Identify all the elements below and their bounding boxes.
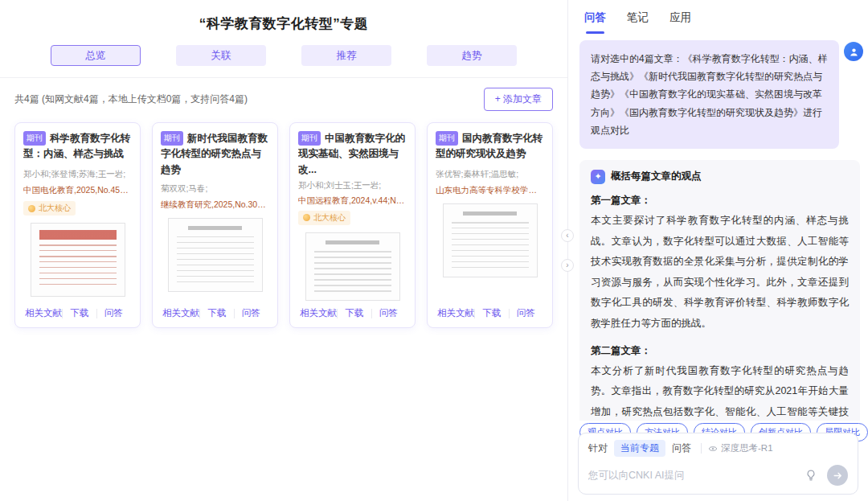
user-avatar	[844, 42, 863, 61]
journal-type-badge: 期刊	[23, 131, 46, 146]
add-article-button[interactable]: + 添加文章	[484, 88, 553, 111]
composer-input-row	[588, 465, 848, 486]
composer-scope-row: 针对 当前专题 问答 深度思考-R1	[588, 440, 848, 457]
lightbulb-icon	[805, 469, 817, 482]
document-authors: 郑小和;刘士玉;王一岩;	[298, 180, 407, 191]
collapse-panel-button[interactable]: ‹	[561, 229, 574, 242]
download-link[interactable]: 下载	[200, 307, 234, 319]
document-thumbnail[interactable]	[31, 223, 125, 297]
download-link[interactable]: 下载	[475, 307, 509, 319]
send-button[interactable]	[827, 465, 848, 486]
tab-recommend[interactable]: 推荐	[301, 45, 391, 66]
chat-scroll-area[interactable]: 请对选中的4篇文章：《科学教育数字化转型：内涵、样态与挑战》《新时代我国教育数字…	[568, 35, 868, 421]
document-actions: 相关文献 下载 问答	[436, 301, 544, 321]
assistant-panel: ‹ › 问答 笔记 应用 请对选中的4篇文章：《科学教育数字化转型：内涵、样态与…	[567, 0, 868, 501]
ai-assistant-icon: ✦	[591, 170, 605, 184]
qa-link[interactable]: 问答	[510, 307, 543, 319]
deep-think-label: 深度思考-R1	[721, 442, 773, 454]
document-title[interactable]: 期刊中国教育数字化的现实基础、实然困境与改...	[298, 131, 407, 175]
tab-apps[interactable]: 应用	[669, 10, 691, 34]
document-source: 中国远程教育,2024,v.44;No.59...	[298, 195, 407, 206]
user-message-row: 请对选中的4篇文章：《科学教育数字化转型：内涵、样态与挑战》《新时代我国教育数字…	[579, 40, 863, 149]
divider	[701, 443, 702, 454]
ai-section-body: 本文主要探讨了科学教育数字化转型的内涵、样态与挑战。文章认为，数字化转型可以通过…	[591, 211, 849, 335]
core-journal-badge: 北大核心	[23, 201, 76, 216]
document-card: 期刊科学教育数字化转型：内涵、样态与挑战 郑小和;张登博;苏海;王一岩; 中国电…	[14, 122, 141, 328]
chat-composer: 针对 当前专题 问答 深度思考-R1	[578, 433, 858, 495]
scope-prefix-label: 针对	[588, 441, 608, 455]
ai-section-title: 第二篇文章：	[591, 341, 849, 361]
deep-think-toggle[interactable]: 深度思考-R1	[708, 442, 773, 454]
tab-qa[interactable]: 问答	[584, 10, 606, 34]
ai-response-heading: 概括每篇文章的观点	[611, 170, 702, 183]
expand-panel-button[interactable]: ›	[561, 259, 574, 272]
journal-type-badge: 期刊	[161, 131, 183, 146]
journal-type-badge: 期刊	[436, 131, 458, 146]
assistant-tabs: 问答 笔记 应用	[568, 0, 868, 34]
tab-notes[interactable]: 笔记	[627, 10, 649, 34]
tab-trends[interactable]: 趋势	[427, 45, 517, 66]
document-authors: 菊双双;马春;	[161, 183, 269, 195]
page-title: “科学教育数字化转型”专题	[0, 0, 567, 33]
journal-type-badge: 期刊	[298, 131, 321, 146]
qa-link[interactable]: 问答	[235, 307, 268, 319]
core-journal-badge: 北大核心	[298, 211, 350, 225]
app-window: “科学教育数字化转型”专题 总览 关联 推荐 趋势 共4篇 (知网文献4篇，本地…	[0, 0, 868, 501]
document-thumbnail[interactable]	[168, 218, 263, 292]
download-link[interactable]: 下载	[338, 307, 371, 319]
topic-panel: “科学教育数字化转型”专题 总览 关联 推荐 趋势 共4篇 (知网文献4篇，本地…	[0, 0, 567, 501]
ai-response: ✦ 概括每篇文章的观点 第一篇文章： 本文主要探讨了科学教育数字化转型的内涵、样…	[579, 160, 860, 421]
document-thumbnail[interactable]	[443, 203, 538, 277]
document-authors: 郑小和;张登博;苏海;王一岩;	[23, 169, 132, 180]
send-arrow-icon	[833, 470, 843, 481]
qa-link[interactable]: 问答	[372, 307, 406, 319]
ai-response-header: ✦ 概括每篇文章的观点	[591, 170, 849, 184]
user-message: 请对选中的4篇文章：《科学教育数字化转型：内涵、样态与挑战》《新时代我国教育数字…	[579, 40, 839, 149]
document-card: 期刊新时代我国教育数字化转型的研究热点与趋势 菊双双;马春; 继续教育研究,20…	[152, 122, 278, 328]
document-source: 山东电力高等专科学校学报,20...	[436, 185, 544, 196]
ai-section-title: 第一篇文章：	[591, 191, 849, 211]
prompt-ideas-button[interactable]	[803, 467, 819, 483]
document-source: 继续教育研究,2025,No.307(03)	[161, 199, 269, 211]
medal-icon	[28, 205, 35, 212]
scope-current-topic-chip[interactable]: 当前专题	[614, 440, 665, 457]
related-literature-link[interactable]: 相关文献	[25, 307, 62, 319]
document-title[interactable]: 期刊国内教育数字化转型的研究现状及趋势	[436, 131, 544, 163]
related-literature-link[interactable]: 相关文献	[437, 307, 474, 319]
core-journal-label: 北大核心	[39, 203, 71, 214]
document-card-list: 期刊科学教育数字化转型：内涵、样态与挑战 郑小和;张登博;苏海;王一岩; 中国电…	[0, 119, 567, 331]
document-title[interactable]: 期刊新时代我国教育数字化转型的研究热点与趋势	[161, 131, 269, 178]
qa-link[interactable]: 问答	[97, 307, 131, 319]
document-source: 中国电化教育,2025,No.456(01)	[23, 185, 132, 196]
tab-relations[interactable]: 关联	[176, 45, 266, 66]
medal-icon	[303, 214, 310, 221]
document-card: 期刊中国教育数字化的现实基础、实然困境与改... 郑小和;刘士玉;王一岩; 中国…	[289, 122, 416, 328]
document-actions: 相关文献 下载 问答	[161, 301, 269, 321]
chat-input[interactable]	[588, 470, 795, 481]
core-journal-label: 北大核心	[313, 212, 346, 224]
deep-think-icon	[708, 444, 718, 454]
document-count-summary: 共4篇 (知网文献4篇，本地上传文档0篇，支持问答4篇)	[14, 92, 248, 106]
person-icon	[849, 47, 859, 57]
document-card: 期刊国内教育数字化转型的研究现状及趋势 张优智;秦林轩;温思敏; 山东电力高等专…	[427, 122, 553, 328]
list-meta-row: 共4篇 (知网文献4篇，本地上传文档0篇，支持问答4篇) + 添加文章	[0, 78, 567, 119]
topic-view-tabs: 总览 关联 推荐 趋势	[0, 45, 567, 78]
document-actions: 相关文献 下载 问答	[23, 301, 132, 321]
related-literature-link[interactable]: 相关文献	[162, 307, 199, 319]
tab-overview[interactable]: 总览	[51, 45, 141, 66]
document-authors: 张优智;秦林轩;温思敏;	[436, 169, 544, 180]
document-thumbnail[interactable]	[305, 232, 400, 301]
ai-section-body: 本文分析了新时代我国教育数字化转型的研究热点与趋势。文章指出，教育数字化转型的研…	[591, 361, 849, 421]
related-literature-link[interactable]: 相关文献	[300, 307, 337, 319]
download-link[interactable]: 下载	[63, 307, 96, 319]
mode-label[interactable]: 问答	[672, 441, 691, 455]
document-actions: 相关文献 下载 问答	[298, 301, 407, 321]
document-title[interactable]: 期刊科学教育数字化转型：内涵、样态与挑战	[23, 131, 132, 163]
